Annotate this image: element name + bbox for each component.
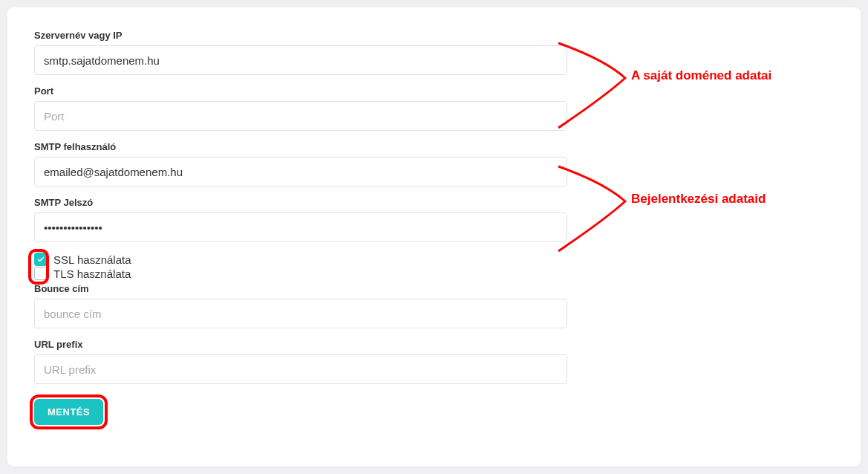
- ssl-checkbox-label: SSL használata: [53, 253, 131, 266]
- label-port: Port: [34, 85, 567, 97]
- port-input[interactable]: [34, 101, 567, 131]
- field-url-prefix: URL prefix: [34, 339, 567, 384]
- annotation-domain-data: A saját doméned adatai: [631, 68, 771, 83]
- label-smtp-pass: SMTP Jelszó: [34, 197, 567, 208]
- field-bounce: Bounce cím: [34, 283, 567, 328]
- ssl-checkbox-row: SSL használata: [34, 253, 567, 266]
- field-smtp-pass: SMTP Jelszó: [34, 197, 567, 242]
- annotation-login-data: Bejelentkezési adataid: [631, 192, 766, 207]
- checkbox-group: SSL használata TLS használata: [34, 253, 567, 280]
- smtp-user-input[interactable]: [34, 157, 567, 186]
- tls-checkbox-row: TLS használata: [34, 267, 567, 280]
- form-column: Szervernév vagy IP Port SMTP felhasználó…: [34, 30, 567, 425]
- save-button[interactable]: MENTÉS: [34, 399, 103, 425]
- ssl-checkbox[interactable]: [34, 253, 48, 266]
- field-server: Szervernév vagy IP: [34, 30, 567, 75]
- field-smtp-user: SMTP felhasználó: [34, 141, 567, 186]
- tls-checkbox-label: TLS használata: [53, 267, 131, 280]
- url-prefix-input[interactable]: [34, 354, 567, 384]
- save-button-wrap: MENTÉS: [34, 399, 103, 425]
- label-bounce: Bounce cím: [34, 283, 567, 294]
- server-input[interactable]: [34, 45, 567, 75]
- tls-checkbox[interactable]: [34, 267, 48, 280]
- bounce-input[interactable]: [34, 299, 567, 328]
- label-server: Szervernév vagy IP: [34, 30, 567, 41]
- settings-card: Szervernév vagy IP Port SMTP felhasználó…: [7, 7, 861, 467]
- label-url-prefix: URL prefix: [34, 339, 567, 350]
- check-icon: [36, 255, 45, 264]
- field-port: Port: [34, 85, 567, 131]
- label-smtp-user: SMTP felhasználó: [34, 141, 567, 152]
- smtp-pass-input[interactable]: [34, 212, 567, 242]
